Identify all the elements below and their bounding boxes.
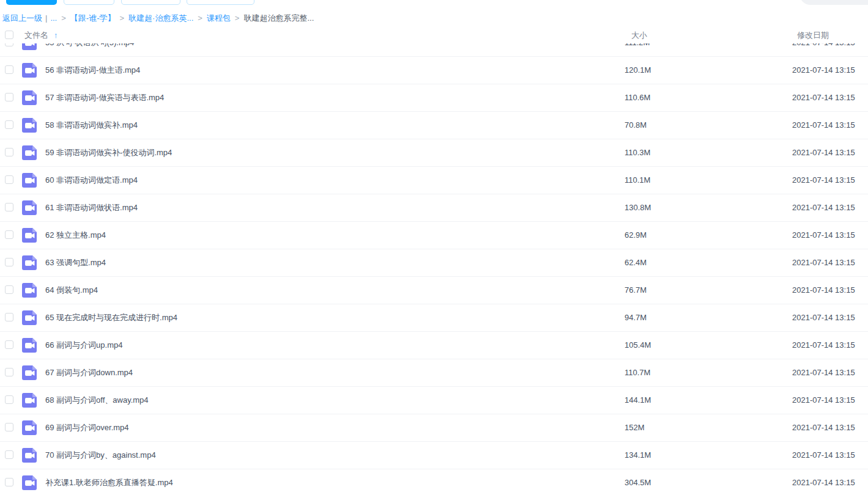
breadcrumb-separator: > [198,13,202,23]
row-checkbox[interactable] [5,258,13,266]
video-file-icon [22,43,37,50]
file-modified: 2021-07-14 13:15 [792,442,855,469]
file-name[interactable]: 55 从句-状语从句(5).mp4 [45,43,134,56]
select-all-checkbox[interactable] [5,31,13,39]
file-name[interactable]: 66 副词与介词up.mp4 [45,332,122,359]
file-row[interactable]: 69 副词与介词over.mp4152M2021-07-14 13:15 [0,414,868,442]
video-file-icon [22,365,37,380]
row-checkbox[interactable] [5,395,13,404]
video-file-icon [22,228,37,243]
file-name[interactable]: 65 现在完成时与现在完成进行时.mp4 [45,304,177,331]
file-size: 110.6M [625,84,650,111]
file-name[interactable]: 62 独立主格.mp4 [45,222,106,249]
file-row[interactable]: 66 副词与介词up.mp4105.4M2021-07-14 13:15 [0,332,868,359]
column-header-filename[interactable]: 文件名 [24,27,48,43]
row-checkbox[interactable] [5,313,13,321]
column-header-modified[interactable]: 修改日期 [797,27,829,43]
file-name[interactable]: 70 副词与介词by、against.mp4 [45,442,156,469]
row-checkbox[interactable] [5,340,13,349]
row-checkbox[interactable] [5,148,13,156]
row-checkbox[interactable] [5,175,13,184]
video-file-icon [22,338,37,353]
row-checkbox[interactable] [5,230,13,239]
row-checkbox[interactable] [5,65,13,74]
row-checkbox[interactable] [5,423,13,431]
video-file-icon [22,255,37,270]
file-name[interactable]: 60 非谓语动词做定语.mp4 [45,167,138,194]
file-name[interactable]: 69 副词与介词over.mp4 [45,414,129,441]
file-row[interactable]: 56 非谓语动词-做主语.mp4120.1M2021-07-14 13:15 [0,57,868,84]
row-checkbox[interactable] [5,43,13,46]
breadcrumb-item-1[interactable]: 【跟-谁-学】 [70,13,116,23]
file-modified: 2021-07-14 13:15 [792,304,855,331]
file-row[interactable]: 65 现在完成时与现在完成进行时.mp494.7M2021-07-14 13:1… [0,304,868,332]
column-header-size[interactable]: 大小 [631,27,647,43]
file-row[interactable]: 61 非谓语动词做状语.mp4130.8M2021-07-14 13:15 [0,194,868,222]
file-row[interactable]: 68 副词与介词off、away.mp4144.1M2021-07-14 13:… [0,387,868,414]
breadcrumb: 返回上一级|...>【跟-谁-学】>耿建超·治愈系英...>课程包>耿建超治愈系… [2,13,314,24]
breadcrumb-item-3[interactable]: 课程包 [207,13,231,23]
breadcrumb-ellipsis[interactable]: ... [50,13,57,23]
toolbar-button-2[interactable] [64,0,114,5]
file-name[interactable]: 67 副词与介词down.mp4 [45,359,133,386]
file-modified: 2021-07-14 13:15 [792,84,855,111]
file-name[interactable]: 63 强调句型.mp4 [45,249,106,276]
toolbar-button-3[interactable] [121,0,180,5]
file-name[interactable]: 58 非谓语动词做宾补.mp4 [45,112,138,139]
file-name[interactable]: 61 非谓语动词做状语.mp4 [45,194,138,221]
breadcrumb-pipe: | [45,13,47,23]
file-size: 76.7M [625,277,647,304]
row-checkbox[interactable] [5,478,13,486]
row-checkbox[interactable] [5,120,13,129]
file-name[interactable]: 59 非谓语动词做宾补-使役动词.mp4 [45,139,172,166]
search-box[interactable] [799,0,868,5]
primary-action-button[interactable] [6,0,57,5]
file-size: 62.4M [625,249,647,276]
sort-ascending-icon[interactable]: ↑ [54,27,58,43]
file-name[interactable]: 68 副词与介词off、away.mp4 [45,387,149,414]
file-row[interactable]: 57 非谓语动词-做宾语与表语.mp4110.6M2021-07-14 13:1… [0,84,868,112]
file-name[interactable]: 56 非谓语动词-做主语.mp4 [45,57,140,84]
file-row[interactable]: 63 强调句型.mp462.4M2021-07-14 13:15 [0,249,868,277]
row-checkbox[interactable] [5,368,13,376]
file-row[interactable]: 64 倒装句.mp476.7M2021-07-14 13:15 [0,277,868,304]
video-file-icon [22,173,37,188]
breadcrumb-current-folder: 耿建超治愈系完整... [243,13,314,23]
back-link[interactable]: 返回上一级 [2,13,42,23]
row-checkbox[interactable] [5,285,13,294]
video-file-icon [22,448,37,463]
file-modified: 2021-07-14 13:15 [792,139,855,166]
row-checkbox[interactable] [5,450,13,459]
file-size: 110.1M [625,167,650,194]
file-row[interactable]: 59 非谓语动词做宾补-使役动词.mp4110.3M2021-07-14 13:… [0,139,868,167]
file-modified: 2021-07-14 13:15 [792,469,855,495]
file-modified: 2021-07-14 13:15 [792,359,855,386]
video-file-icon [22,310,37,325]
video-file-icon [22,145,37,160]
table-header: 文件名 ↑ 大小 修改日期 [0,27,868,43]
file-row[interactable]: 60 非谓语动词做定语.mp4110.1M2021-07-14 13:15 [0,167,868,194]
row-checkbox[interactable] [5,203,13,211]
file-name[interactable]: 补充课1.耿老师治愈系直播答疑.mp4 [45,469,173,495]
file-size: 304.5M [625,469,651,495]
file-modified: 2021-07-14 13:15 [792,249,855,276]
file-modified: 2021-07-14 13:15 [792,332,855,359]
file-name[interactable]: 64 倒装句.mp4 [45,277,98,304]
file-row[interactable]: 62 独立主格.mp462.9M2021-07-14 13:15 [0,222,868,249]
file-name[interactable]: 57 非谓语动词-做宾语与表语.mp4 [45,84,164,111]
video-file-icon [22,90,37,105]
file-row[interactable]: 补充课1.耿老师治愈系直播答疑.mp4304.5M2021-07-14 13:1… [0,469,868,495]
file-row[interactable]: 55 从句-状语从句(5).mp4111.2M2021-07-14 13:15 [0,43,868,57]
breadcrumb-item-2[interactable]: 耿建超·治愈系英... [128,13,193,23]
file-row[interactable]: 70 副词与介词by、against.mp4134.1M2021-07-14 1… [0,442,868,469]
file-size: 105.4M [625,332,651,359]
toolbar-button-4[interactable] [187,0,254,5]
video-file-icon [22,200,37,215]
video-file-icon [22,475,37,490]
video-file-icon [22,420,37,435]
file-row[interactable]: 58 非谓语动词做宾补.mp470.8M2021-07-14 13:15 [0,112,868,139]
file-size: 110.7M [625,359,650,386]
file-row[interactable]: 67 副词与介词down.mp4110.7M2021-07-14 13:15 [0,359,868,387]
row-checkbox[interactable] [5,93,13,101]
file-size: 144.1M [625,387,651,414]
